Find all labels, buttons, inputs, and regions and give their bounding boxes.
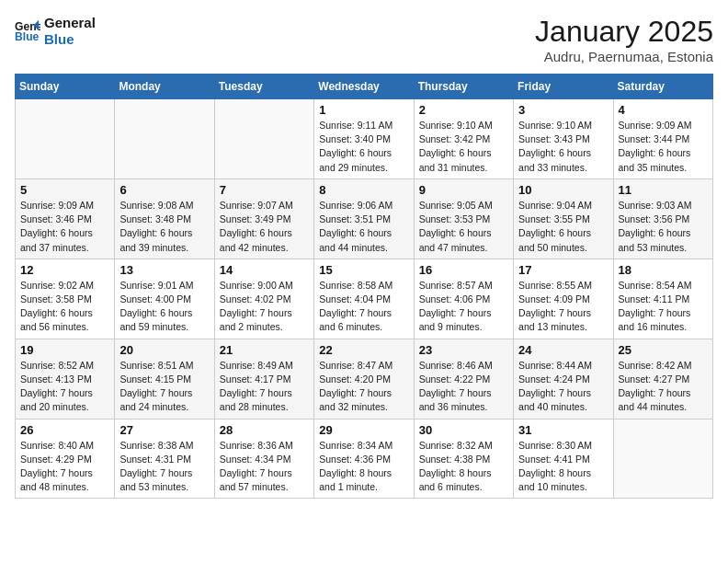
logo-line1: General — [44, 15, 96, 31]
calendar-cell: 28Sunrise: 8:36 AM Sunset: 4:34 PM Dayli… — [214, 419, 313, 499]
day-number: 27 — [119, 423, 209, 437]
calendar-cell — [214, 99, 313, 179]
day-detail: Sunrise: 8:30 AM Sunset: 4:41 PM Dayligh… — [518, 439, 608, 495]
calendar-week-2: 5Sunrise: 9:09 AM Sunset: 3:46 PM Daylig… — [16, 178, 713, 259]
day-detail: Sunrise: 9:05 AM Sunset: 3:53 PM Dayligh… — [419, 199, 508, 255]
calendar-cell: 13Sunrise: 9:01 AM Sunset: 4:00 PM Dayli… — [115, 259, 214, 339]
calendar-cell: 24Sunrise: 8:44 AM Sunset: 4:24 PM Dayli… — [514, 339, 613, 419]
day-number: 8 — [319, 183, 408, 197]
calendar-cell: 12Sunrise: 9:02 AM Sunset: 3:58 PM Dayli… — [16, 259, 115, 339]
day-detail: Sunrise: 9:02 AM Sunset: 3:58 PM Dayligh… — [20, 279, 109, 335]
logo: General Blue General Blue — [15, 15, 96, 48]
calendar-week-4: 19Sunrise: 8:52 AM Sunset: 4:13 PM Dayli… — [16, 339, 713, 419]
calendar-cell: 1Sunrise: 9:11 AM Sunset: 3:40 PM Daylig… — [314, 99, 414, 179]
day-detail: Sunrise: 8:51 AM Sunset: 4:15 PM Dayligh… — [119, 359, 209, 415]
day-number: 28 — [220, 423, 309, 437]
day-detail: Sunrise: 9:08 AM Sunset: 3:48 PM Dayligh… — [119, 199, 209, 255]
day-number: 6 — [119, 183, 209, 197]
calendar-cell: 11Sunrise: 9:03 AM Sunset: 3:56 PM Dayli… — [613, 178, 712, 259]
day-number: 13 — [119, 263, 209, 277]
day-detail: Sunrise: 8:36 AM Sunset: 4:34 PM Dayligh… — [220, 439, 309, 495]
day-detail: Sunrise: 9:06 AM Sunset: 3:51 PM Dayligh… — [319, 199, 408, 255]
header-saturday: Saturday — [613, 75, 712, 99]
calendar-week-5: 26Sunrise: 8:40 AM Sunset: 4:29 PM Dayli… — [16, 419, 713, 499]
calendar-cell: 17Sunrise: 8:55 AM Sunset: 4:09 PM Dayli… — [514, 259, 613, 339]
calendar-cell: 20Sunrise: 8:51 AM Sunset: 4:15 PM Dayli… — [115, 339, 214, 419]
calendar-cell: 3Sunrise: 9:10 AM Sunset: 3:43 PM Daylig… — [514, 99, 613, 179]
calendar-cell: 31Sunrise: 8:30 AM Sunset: 4:41 PM Dayli… — [514, 419, 613, 499]
calendar-cell: 25Sunrise: 8:42 AM Sunset: 4:27 PM Dayli… — [613, 339, 712, 419]
day-number: 10 — [518, 183, 608, 197]
header-monday: Monday — [115, 75, 214, 99]
calendar-subtitle: Audru, Paernumaa, Estonia — [535, 49, 713, 64]
day-detail: Sunrise: 8:44 AM Sunset: 4:24 PM Dayligh… — [518, 359, 608, 415]
calendar-cell: 30Sunrise: 8:32 AM Sunset: 4:38 PM Dayli… — [414, 419, 513, 499]
day-detail: Sunrise: 8:49 AM Sunset: 4:17 PM Dayligh… — [220, 359, 309, 415]
day-detail: Sunrise: 8:42 AM Sunset: 4:27 PM Dayligh… — [619, 359, 708, 415]
calendar-week-3: 12Sunrise: 9:02 AM Sunset: 3:58 PM Dayli… — [16, 259, 713, 339]
logo-icon: General Blue — [15, 18, 40, 44]
calendar-cell: 29Sunrise: 8:34 AM Sunset: 4:36 PM Dayli… — [314, 419, 414, 499]
calendar-cell — [613, 419, 712, 499]
day-number: 4 — [619, 103, 708, 117]
day-number: 17 — [518, 263, 608, 277]
day-number: 18 — [619, 263, 708, 277]
calendar-cell: 5Sunrise: 9:09 AM Sunset: 3:46 PM Daylig… — [16, 178, 115, 259]
header-friday: Friday — [514, 75, 613, 99]
day-number: 9 — [419, 183, 508, 197]
day-detail: Sunrise: 9:11 AM Sunset: 3:40 PM Dayligh… — [319, 119, 408, 175]
day-number: 2 — [419, 103, 508, 117]
calendar-cell — [16, 99, 115, 179]
day-number: 15 — [319, 263, 408, 277]
day-detail: Sunrise: 9:03 AM Sunset: 3:56 PM Dayligh… — [619, 199, 708, 255]
day-detail: Sunrise: 8:40 AM Sunset: 4:29 PM Dayligh… — [20, 439, 109, 495]
day-number: 25 — [619, 343, 708, 357]
day-detail: Sunrise: 8:47 AM Sunset: 4:20 PM Dayligh… — [319, 359, 408, 415]
day-detail: Sunrise: 9:10 AM Sunset: 3:42 PM Dayligh… — [419, 119, 508, 175]
day-detail: Sunrise: 8:58 AM Sunset: 4:04 PM Dayligh… — [319, 279, 408, 335]
calendar-cell: 18Sunrise: 8:54 AM Sunset: 4:11 PM Dayli… — [613, 259, 712, 339]
calendar-title: January 2025 — [535, 15, 713, 49]
calendar-cell: 6Sunrise: 9:08 AM Sunset: 3:48 PM Daylig… — [115, 178, 214, 259]
day-number: 24 — [518, 343, 608, 357]
calendar-cell: 27Sunrise: 8:38 AM Sunset: 4:31 PM Dayli… — [115, 419, 214, 499]
day-detail: Sunrise: 8:52 AM Sunset: 4:13 PM Dayligh… — [20, 359, 109, 415]
day-number: 30 — [419, 423, 508, 437]
day-number: 16 — [419, 263, 508, 277]
calendar-cell: 7Sunrise: 9:07 AM Sunset: 3:49 PM Daylig… — [214, 178, 313, 259]
header-thursday: Thursday — [414, 75, 513, 99]
day-number: 1 — [319, 103, 408, 117]
calendar-cell: 15Sunrise: 8:58 AM Sunset: 4:04 PM Dayli… — [314, 259, 414, 339]
day-number: 7 — [220, 183, 309, 197]
logo-line2: Blue — [44, 31, 96, 48]
calendar-cell: 23Sunrise: 8:46 AM Sunset: 4:22 PM Dayli… — [414, 339, 513, 419]
header-wednesday: Wednesday — [314, 75, 414, 99]
calendar-cell: 14Sunrise: 9:00 AM Sunset: 4:02 PM Dayli… — [214, 259, 313, 339]
day-detail: Sunrise: 8:34 AM Sunset: 4:36 PM Dayligh… — [319, 439, 408, 495]
day-detail: Sunrise: 8:57 AM Sunset: 4:06 PM Dayligh… — [419, 279, 508, 335]
day-detail: Sunrise: 9:07 AM Sunset: 3:49 PM Dayligh… — [220, 199, 309, 255]
day-number: 22 — [319, 343, 408, 357]
calendar-cell: 19Sunrise: 8:52 AM Sunset: 4:13 PM Dayli… — [16, 339, 115, 419]
svg-text:Blue: Blue — [15, 30, 40, 43]
day-detail: Sunrise: 9:01 AM Sunset: 4:00 PM Dayligh… — [119, 279, 209, 335]
day-number: 11 — [619, 183, 708, 197]
day-detail: Sunrise: 9:04 AM Sunset: 3:55 PM Dayligh… — [518, 199, 608, 255]
page-header: General Blue General Blue January 2025 A… — [15, 15, 713, 64]
header-row: Sunday Monday Tuesday Wednesday Thursday… — [16, 75, 713, 99]
calendar-cell: 16Sunrise: 8:57 AM Sunset: 4:06 PM Dayli… — [414, 259, 513, 339]
day-number: 21 — [220, 343, 309, 357]
day-number: 12 — [20, 263, 109, 277]
calendar-body: 1Sunrise: 9:11 AM Sunset: 3:40 PM Daylig… — [16, 99, 713, 499]
calendar-cell: 8Sunrise: 9:06 AM Sunset: 3:51 PM Daylig… — [314, 178, 414, 259]
calendar-cell: 22Sunrise: 8:47 AM Sunset: 4:20 PM Dayli… — [314, 339, 414, 419]
day-detail: Sunrise: 8:54 AM Sunset: 4:11 PM Dayligh… — [619, 279, 708, 335]
day-detail: Sunrise: 9:00 AM Sunset: 4:02 PM Dayligh… — [220, 279, 309, 335]
day-number: 5 — [20, 183, 109, 197]
day-detail: Sunrise: 8:32 AM Sunset: 4:38 PM Dayligh… — [419, 439, 508, 495]
day-detail: Sunrise: 9:10 AM Sunset: 3:43 PM Dayligh… — [518, 119, 608, 175]
day-number: 26 — [20, 423, 109, 437]
calendar-cell: 26Sunrise: 8:40 AM Sunset: 4:29 PM Dayli… — [16, 419, 115, 499]
calendar-table: Sunday Monday Tuesday Wednesday Thursday… — [15, 74, 713, 499]
day-number: 29 — [319, 423, 408, 437]
